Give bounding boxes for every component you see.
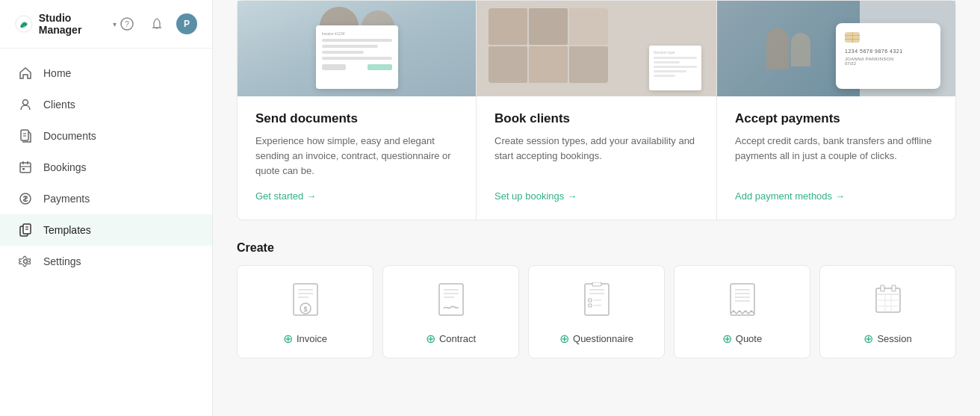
accept-payments-title: Accept payments xyxy=(735,111,937,126)
sidebar: Studio Manager ▾ ? P xyxy=(0,0,213,416)
svg-rect-31 xyxy=(592,282,601,286)
quote-label: ⊕ Quote xyxy=(722,332,762,346)
create-card-session[interactable]: ⊕ Session xyxy=(819,265,956,358)
brand-logo xyxy=(15,13,33,34)
sidebar-header: Studio Manager ▾ ? P xyxy=(0,0,212,49)
invoice-label: ⊕ Invoice xyxy=(283,332,327,346)
gear-icon xyxy=(18,254,33,269)
svg-text:$: $ xyxy=(303,305,307,313)
invoice-icon: $ xyxy=(285,281,326,323)
home-icon xyxy=(18,66,33,81)
questionnaire-label: ⊕ Questionnaire xyxy=(559,332,633,346)
send-documents-title: Send documents xyxy=(255,111,458,126)
svg-point-17 xyxy=(24,260,28,264)
feature-card-send-documents: Invoice #1234 Send documents Experience … xyxy=(237,0,477,220)
svg-rect-7 xyxy=(20,163,31,173)
svg-rect-36 xyxy=(731,284,754,315)
questionnaire-icon xyxy=(576,281,618,323)
create-card-invoice[interactable]: $ ⊕ Invoice xyxy=(237,265,373,358)
sidebar-label-clients: Clients xyxy=(43,99,75,111)
contract-label: ⊕ Contract xyxy=(426,332,476,346)
user-avatar[interactable]: P xyxy=(176,13,197,34)
svg-text:?: ? xyxy=(125,20,129,28)
sidebar-item-documents[interactable]: Documents xyxy=(0,120,212,152)
notifications-button[interactable] xyxy=(146,13,167,34)
create-card-quote[interactable]: ⊕ Quote xyxy=(674,265,810,358)
document-icon xyxy=(18,128,33,143)
svg-rect-24 xyxy=(439,284,463,315)
accept-payments-body: Accept payments Accept credit cards, ban… xyxy=(717,96,955,220)
main-content: Invoice #1234 Send documents Experience … xyxy=(213,0,980,416)
sidebar-label-settings: Settings xyxy=(43,255,81,267)
send-documents-body: Send documents Experience how simple, ea… xyxy=(238,96,476,220)
book-clients-sheet: Session type xyxy=(649,46,701,90)
card-chip xyxy=(845,32,860,43)
sidebar-label-documents: Documents xyxy=(43,130,96,142)
sidebar-item-templates[interactable]: Templates xyxy=(0,214,212,246)
bell-icon xyxy=(150,17,164,31)
sidebar-label-home: Home xyxy=(43,67,71,79)
create-section-title: Create xyxy=(237,241,956,255)
feature-card-accept-payments: 1234 5678 9876 4321 JOANNA PARKINSON 07/… xyxy=(716,0,956,220)
card-number: 1234 5678 9876 4321 xyxy=(845,49,931,54)
book-clients-link[interactable]: Set up bookings → xyxy=(494,190,698,202)
sidebar-label-templates: Templates xyxy=(43,224,91,236)
sidebar-item-payments[interactable]: Payments xyxy=(0,183,212,214)
send-documents-link[interactable]: Get started → xyxy=(255,190,458,202)
book-clients-image: Session type xyxy=(477,1,716,96)
dollar-icon xyxy=(18,191,33,206)
feature-cards-row: Invoice #1234 Send documents Experience … xyxy=(237,0,956,220)
person-icon xyxy=(18,97,33,112)
help-button[interactable]: ? xyxy=(117,13,137,34)
svg-point-3 xyxy=(23,100,28,105)
create-card-questionnaire[interactable]: ⊕ Questionnaire xyxy=(528,265,665,358)
svg-rect-43 xyxy=(881,285,884,291)
brand[interactable]: Studio Manager ▾ xyxy=(15,12,117,36)
card-expiry: 07/22 xyxy=(845,61,931,66)
book-clients-desc: Create session types, add your availabil… xyxy=(494,134,698,178)
session-label: ⊕ Session xyxy=(863,332,911,346)
svg-rect-11 xyxy=(22,168,25,170)
credit-card-mock: 1234 5678 9876 4321 JOANNA PARKINSON 07/… xyxy=(836,23,940,89)
calendar-icon xyxy=(18,160,33,175)
sidebar-item-settings[interactable]: Settings xyxy=(0,246,212,277)
create-cards-row: $ ⊕ Invoice xyxy=(237,265,956,358)
contract-icon xyxy=(430,281,472,323)
brand-name: Studio Manager xyxy=(39,12,105,36)
sidebar-item-home[interactable]: Home xyxy=(0,58,212,89)
sidebar-item-bookings[interactable]: Bookings xyxy=(0,152,212,183)
send-documents-desc: Experience how simple, easy and elegant … xyxy=(255,134,458,178)
sidebar-item-clients[interactable]: Clients xyxy=(0,89,212,120)
header-icons: ? P xyxy=(117,13,197,34)
copy-icon xyxy=(18,223,33,238)
svg-rect-4 xyxy=(21,130,28,140)
book-clients-gallery xyxy=(489,8,608,83)
sidebar-label-bookings: Bookings xyxy=(43,161,87,173)
book-clients-title: Book clients xyxy=(494,111,698,126)
accept-payments-desc: Accept credit cards, bank transfers and … xyxy=(735,134,937,178)
sidebar-label-payments: Payments xyxy=(43,193,90,205)
send-documents-image: Invoice #1234 xyxy=(238,1,476,96)
svg-rect-44 xyxy=(892,285,896,291)
quote-icon xyxy=(722,281,763,323)
feature-card-book-clients: Session type Book clients Create session… xyxy=(477,0,716,220)
session-icon xyxy=(867,281,909,323)
accept-payments-link[interactable]: Add payment methods → xyxy=(735,190,937,202)
book-clients-body: Book clients Create session types, add y… xyxy=(477,96,716,220)
mock-document: Invoice #1234 xyxy=(316,25,398,89)
accept-payments-image: 1234 5678 9876 4321 JOANNA PARKINSON 07/… xyxy=(717,1,955,96)
help-icon: ? xyxy=(120,17,134,31)
create-card-contract[interactable]: ⊕ Contract xyxy=(382,265,519,358)
sidebar-nav: Home Clients Documents xyxy=(0,49,212,416)
